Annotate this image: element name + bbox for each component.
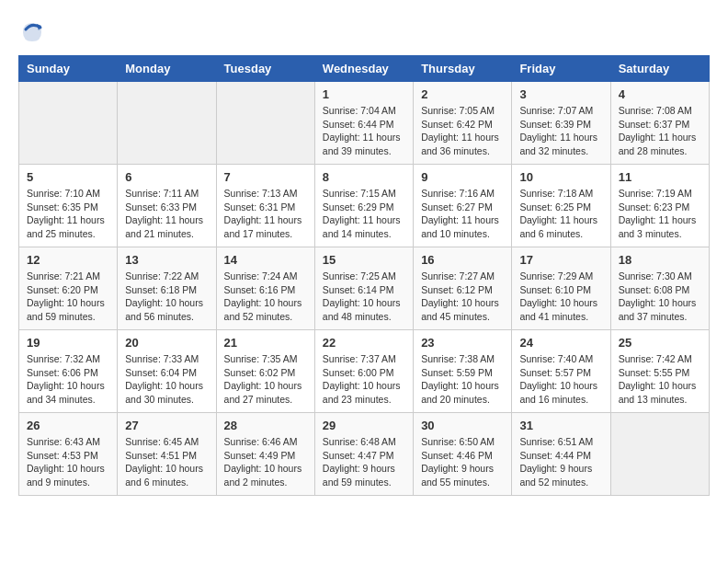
- day-number: 26: [27, 419, 109, 432]
- logo: [18, 18, 46, 46]
- header-day-thursday: Thursday: [414, 56, 512, 82]
- day-info: Sunrise: 7:29 AM Sunset: 6:10 PM Dayligh…: [519, 270, 602, 324]
- day-info: Sunrise: 6:51 AM Sunset: 4:44 PM Dayligh…: [519, 435, 602, 489]
- day-info: Sunrise: 7:35 AM Sunset: 6:02 PM Dayligh…: [224, 352, 307, 407]
- day-info: Sunrise: 6:45 AM Sunset: 4:51 PM Dayligh…: [125, 435, 208, 489]
- day-number: 10: [519, 170, 602, 184]
- day-info: Sunrise: 7:15 AM Sunset: 6:29 PM Dayligh…: [323, 187, 405, 241]
- day-info: Sunrise: 7:25 AM Sunset: 6:14 PM Dayligh…: [323, 270, 405, 324]
- header-day-saturday: Saturday: [610, 56, 709, 82]
- day-number: 17: [519, 253, 602, 267]
- calendar-cell: 19Sunrise: 7:32 AM Sunset: 6:06 PM Dayli…: [19, 330, 118, 413]
- day-info: Sunrise: 7:33 AM Sunset: 6:04 PM Dayligh…: [125, 352, 208, 407]
- calendar-cell: [216, 82, 314, 165]
- week-row-2: 5Sunrise: 7:10 AM Sunset: 6:35 PM Daylig…: [19, 165, 710, 247]
- day-number: 23: [421, 336, 504, 350]
- calendar-cell: 4Sunrise: 7:08 AM Sunset: 6:37 PM Daylig…: [610, 82, 709, 165]
- calendar-cell: [610, 413, 709, 496]
- day-info: Sunrise: 6:48 AM Sunset: 4:47 PM Dayligh…: [323, 435, 405, 489]
- day-number: 8: [323, 170, 405, 184]
- calendar-cell: 13Sunrise: 7:22 AM Sunset: 6:18 PM Dayli…: [118, 247, 216, 330]
- day-info: Sunrise: 7:07 AM Sunset: 6:39 PM Dayligh…: [519, 104, 602, 158]
- day-info: Sunrise: 6:46 AM Sunset: 4:49 PM Dayligh…: [224, 435, 307, 489]
- header-row: SundayMondayTuesdayWednesdayThursdayFrid…: [19, 56, 710, 82]
- calendar-cell: 5Sunrise: 7:10 AM Sunset: 6:35 PM Daylig…: [19, 165, 118, 247]
- day-info: Sunrise: 7:05 AM Sunset: 6:42 PM Dayligh…: [421, 104, 504, 158]
- day-info: Sunrise: 7:21 AM Sunset: 6:20 PM Dayligh…: [27, 270, 109, 324]
- header-day-tuesday: Tuesday: [216, 56, 314, 82]
- calendar-cell: 18Sunrise: 7:30 AM Sunset: 6:08 PM Dayli…: [610, 247, 709, 330]
- day-info: Sunrise: 7:40 AM Sunset: 5:57 PM Dayligh…: [519, 352, 602, 407]
- calendar-cell: [19, 82, 118, 165]
- header-day-wednesday: Wednesday: [314, 56, 413, 82]
- calendar-cell: 15Sunrise: 7:25 AM Sunset: 6:14 PM Dayli…: [314, 247, 413, 330]
- day-number: 11: [619, 170, 701, 184]
- day-info: Sunrise: 7:04 AM Sunset: 6:44 PM Dayligh…: [323, 104, 405, 158]
- calendar-cell: 7Sunrise: 7:13 AM Sunset: 6:31 PM Daylig…: [216, 165, 314, 247]
- week-row-3: 12Sunrise: 7:21 AM Sunset: 6:20 PM Dayli…: [19, 247, 710, 330]
- week-row-5: 26Sunrise: 6:43 AM Sunset: 4:53 PM Dayli…: [19, 413, 710, 496]
- day-info: Sunrise: 7:08 AM Sunset: 6:37 PM Dayligh…: [619, 104, 701, 158]
- day-number: 18: [619, 253, 701, 267]
- day-info: Sunrise: 7:30 AM Sunset: 6:08 PM Dayligh…: [619, 270, 701, 324]
- day-info: Sunrise: 7:16 AM Sunset: 6:27 PM Dayligh…: [421, 187, 504, 241]
- day-number: 3: [519, 87, 602, 101]
- page-header: [18, 18, 710, 46]
- calendar-cell: 8Sunrise: 7:15 AM Sunset: 6:29 PM Daylig…: [314, 165, 413, 247]
- calendar-cell: 27Sunrise: 6:45 AM Sunset: 4:51 PM Dayli…: [118, 413, 216, 496]
- calendar-cell: 24Sunrise: 7:40 AM Sunset: 5:57 PM Dayli…: [512, 330, 610, 413]
- day-number: 2: [421, 87, 504, 101]
- calendar-cell: 16Sunrise: 7:27 AM Sunset: 6:12 PM Dayli…: [414, 247, 512, 330]
- day-info: Sunrise: 7:19 AM Sunset: 6:23 PM Dayligh…: [619, 187, 701, 241]
- week-row-1: 1Sunrise: 7:04 AM Sunset: 6:44 PM Daylig…: [19, 82, 710, 165]
- calendar-cell: 1Sunrise: 7:04 AM Sunset: 6:44 PM Daylig…: [314, 82, 413, 165]
- day-info: Sunrise: 7:32 AM Sunset: 6:06 PM Dayligh…: [27, 352, 109, 407]
- calendar-cell: 2Sunrise: 7:05 AM Sunset: 6:42 PM Daylig…: [414, 82, 512, 165]
- day-number: 1: [323, 87, 405, 101]
- day-number: 6: [125, 170, 208, 184]
- header-day-friday: Friday: [512, 56, 610, 82]
- day-info: Sunrise: 7:13 AM Sunset: 6:31 PM Dayligh…: [224, 187, 307, 241]
- logo-icon: [18, 18, 46, 46]
- day-number: 28: [224, 419, 307, 432]
- calendar-cell: 11Sunrise: 7:19 AM Sunset: 6:23 PM Dayli…: [610, 165, 709, 247]
- day-number: 14: [224, 253, 307, 267]
- day-info: Sunrise: 7:27 AM Sunset: 6:12 PM Dayligh…: [421, 270, 504, 324]
- day-number: 15: [323, 253, 405, 267]
- day-info: Sunrise: 7:22 AM Sunset: 6:18 PM Dayligh…: [125, 270, 208, 324]
- day-info: Sunrise: 6:43 AM Sunset: 4:53 PM Dayligh…: [27, 435, 109, 489]
- day-info: Sunrise: 7:24 AM Sunset: 6:16 PM Dayligh…: [224, 270, 307, 324]
- day-info: Sunrise: 7:10 AM Sunset: 6:35 PM Dayligh…: [27, 187, 109, 241]
- day-number: 19: [27, 336, 109, 350]
- calendar-body: 1Sunrise: 7:04 AM Sunset: 6:44 PM Daylig…: [19, 82, 710, 496]
- day-number: 29: [323, 419, 405, 432]
- day-number: 24: [519, 336, 602, 350]
- header-day-sunday: Sunday: [19, 56, 118, 82]
- day-info: Sunrise: 6:50 AM Sunset: 4:46 PM Dayligh…: [421, 435, 504, 489]
- day-info: Sunrise: 7:37 AM Sunset: 6:00 PM Dayligh…: [323, 352, 405, 407]
- calendar-cell: 14Sunrise: 7:24 AM Sunset: 6:16 PM Dayli…: [216, 247, 314, 330]
- day-number: 13: [125, 253, 208, 267]
- calendar-cell: 25Sunrise: 7:42 AM Sunset: 5:55 PM Dayli…: [610, 330, 709, 413]
- calendar-cell: 10Sunrise: 7:18 AM Sunset: 6:25 PM Dayli…: [512, 165, 610, 247]
- calendar-cell: 23Sunrise: 7:38 AM Sunset: 5:59 PM Dayli…: [414, 330, 512, 413]
- day-number: 31: [519, 419, 602, 432]
- calendar-cell: 31Sunrise: 6:51 AM Sunset: 4:44 PM Dayli…: [512, 413, 610, 496]
- day-number: 25: [619, 336, 701, 350]
- day-number: 30: [421, 419, 504, 432]
- day-number: 9: [421, 170, 504, 184]
- day-number: 7: [224, 170, 307, 184]
- day-number: 16: [421, 253, 504, 267]
- calendar-cell: 29Sunrise: 6:48 AM Sunset: 4:47 PM Dayli…: [314, 413, 413, 496]
- day-number: 12: [27, 253, 109, 267]
- day-number: 22: [323, 336, 405, 350]
- calendar-cell: 9Sunrise: 7:16 AM Sunset: 6:27 PM Daylig…: [414, 165, 512, 247]
- calendar-cell: 17Sunrise: 7:29 AM Sunset: 6:10 PM Dayli…: [512, 247, 610, 330]
- calendar-cell: 21Sunrise: 7:35 AM Sunset: 6:02 PM Dayli…: [216, 330, 314, 413]
- calendar-cell: [118, 82, 216, 165]
- calendar-cell: 28Sunrise: 6:46 AM Sunset: 4:49 PM Dayli…: [216, 413, 314, 496]
- day-number: 20: [125, 336, 208, 350]
- day-info: Sunrise: 7:18 AM Sunset: 6:25 PM Dayligh…: [519, 187, 602, 241]
- day-number: 5: [27, 170, 109, 184]
- day-number: 4: [619, 87, 701, 101]
